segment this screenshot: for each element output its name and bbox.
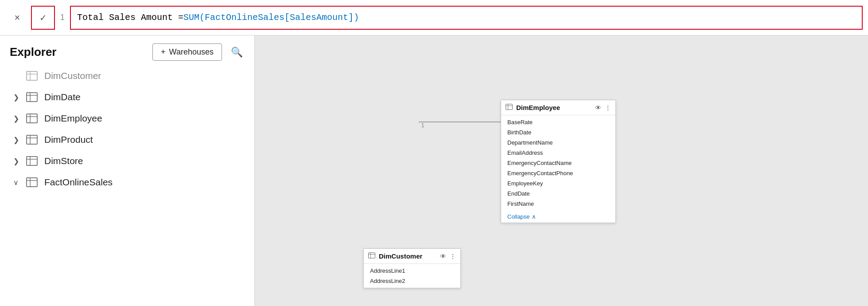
line-number: 1 <box>60 13 65 22</box>
table-icon-dimdate <box>25 91 39 103</box>
tree-item-factonlinesales[interactable]: ∨ FactOnlineSales <box>0 172 254 193</box>
svg-rect-9 <box>27 135 37 144</box>
chevron-dimproduct-icon: ❯ <box>13 136 23 144</box>
tree-item-label-dimproduct: DimProduct <box>44 134 93 145</box>
dimcustomer-card: DimCustomer 👁 ⋮ AddressLine1 AddressLine… <box>363 248 461 288</box>
table-icon-dimstore <box>25 155 39 167</box>
dimemployee-eye-icon[interactable]: 👁 <box>595 104 601 111</box>
field-firstname[interactable]: FirstName <box>501 199 615 209</box>
tree-item-dimcustomer[interactable]: DimCustomer <box>0 65 254 86</box>
tree-item-dimstore[interactable]: ❯ DimStore <box>0 150 254 172</box>
table-icon-dimcustomer <box>25 70 39 82</box>
table-icon-dimproduct <box>25 133 39 146</box>
field-employeekey[interactable]: EmployeeKey <box>501 178 615 188</box>
chevron-dimemployee-icon: ❯ <box>13 114 23 123</box>
svg-rect-6 <box>27 114 37 123</box>
dimemployee-menu-icon[interactable]: ⋮ <box>605 104 611 111</box>
svg-rect-15 <box>27 178 37 187</box>
dimemployee-card-header: DimEmployee 👁 ⋮ <box>501 100 615 115</box>
formula-input[interactable]: Total Sales Amount = SUM(FactOnlineSales… <box>70 6 863 30</box>
search-button[interactable]: 🔍 <box>229 45 245 60</box>
sidebar-title: Explorer <box>10 45 57 59</box>
table-icon-factonlinesales <box>25 176 39 188</box>
confirm-button[interactable]: ✓ <box>31 6 55 30</box>
dimemployee-card-title: DimEmployee <box>516 104 592 111</box>
dimcustomer-card-title: DimCustomer <box>379 252 436 260</box>
tree-item-dimproduct[interactable]: ❯ DimProduct <box>0 129 254 150</box>
formula-bar: × ✓ 1 Total Sales Amount = SUM(FactOnlin… <box>0 0 868 35</box>
field-enddate[interactable]: EndDate <box>501 188 615 199</box>
svg-rect-12 <box>27 157 37 165</box>
tree-item-label-dimstore: DimStore <box>44 156 83 166</box>
field-addressline1[interactable]: AddressLine1 <box>364 266 460 276</box>
add-icon: + <box>161 47 166 57</box>
dimemployee-fields: BaseRate BirthDate DepartmentName EmailA… <box>501 115 615 211</box>
chevron-dimstore-icon: ❯ <box>13 157 23 165</box>
dimcustomer-fields: AddressLine1 AddressLine2 <box>364 264 460 288</box>
svg-rect-0 <box>27 71 37 80</box>
cancel-icon: × <box>15 12 20 24</box>
svg-rect-20 <box>506 104 513 110</box>
sidebar-header: Explorer + Warehouses 🔍 <box>0 35 254 65</box>
collapse-chevron-icon: ∧ <box>532 213 536 220</box>
tree-item-label-factonlinesales: FactOnlineSales <box>44 177 113 188</box>
chevron-factonlinesales-icon: ∨ <box>13 178 23 187</box>
dimcustomer-table-icon <box>368 252 375 260</box>
collapse-label: Collapse <box>507 213 530 220</box>
tree-list: DimCustomer ❯ DimDate ❯ <box>0 65 254 306</box>
dimemployee-card: DimEmployee 👁 ⋮ BaseRate BirthDate Depar… <box>501 100 616 223</box>
chevron-dimdate-icon: ❯ <box>13 93 23 102</box>
field-departmentname[interactable]: DepartmentName <box>501 137 615 148</box>
sidebar: Explorer + Warehouses 🔍 <box>0 35 255 306</box>
tree-item-dimdate[interactable]: ❯ DimDate <box>0 86 254 108</box>
tree-item-label-dimcustomer: DimCustomer <box>44 71 101 81</box>
field-birthdate[interactable]: BirthDate <box>501 127 615 137</box>
collapse-button[interactable]: Collapse ∧ <box>501 211 615 223</box>
svg-rect-3 <box>27 93 37 102</box>
cancel-button[interactable]: × <box>5 6 29 30</box>
dimcustomer-menu-icon[interactable]: ⋮ <box>450 253 456 260</box>
formula-text-static: Total Sales Amount = <box>77 12 183 23</box>
formula-text-function: SUM(FactOnlineSales[SalesAmount]) <box>183 12 359 23</box>
dimcustomer-eye-icon[interactable]: 👁 <box>440 253 446 260</box>
field-addressline2[interactable]: AddressLine2 <box>364 276 460 286</box>
warehouses-label: Warehouses <box>169 47 214 57</box>
dimcustomer-card-header: DimCustomer 👁 ⋮ <box>364 249 460 264</box>
tree-item-dimemployee[interactable]: ❯ DimEmployee <box>0 108 254 129</box>
svg-rect-23 <box>369 253 375 258</box>
tree-item-label-dimdate: DimDate <box>44 92 81 102</box>
confirm-icon: ✓ <box>39 12 47 23</box>
tree-item-label-dimemployee: DimEmployee <box>44 113 102 124</box>
main-area: Explorer + Warehouses 🔍 <box>0 35 868 306</box>
field-baserate[interactable]: BaseRate <box>501 117 615 127</box>
field-emergencycontactphone[interactable]: EmergencyContactPhone <box>501 168 615 178</box>
canvas-line-marker: 1 <box>421 122 424 129</box>
warehouses-button[interactable]: + Warehouses <box>152 43 222 61</box>
canvas-area: DimEmployee 👁 ⋮ BaseRate BirthDate Depar… <box>255 35 868 306</box>
search-icon: 🔍 <box>231 47 243 58</box>
table-icon-dimemployee <box>25 112 39 125</box>
sidebar-actions: + Warehouses 🔍 <box>152 43 245 61</box>
dimemployee-table-icon <box>506 104 513 111</box>
field-emailaddress[interactable]: EmailAddress <box>501 148 615 158</box>
field-emergencycontactname[interactable]: EmergencyContactName <box>501 158 615 168</box>
